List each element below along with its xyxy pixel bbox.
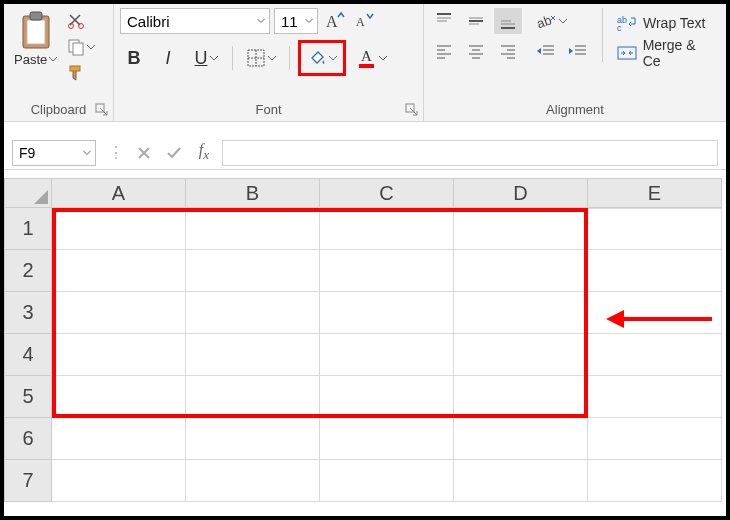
cell[interactable] (186, 460, 320, 502)
cell[interactable] (454, 334, 588, 376)
wrap-text-button[interactable]: abc Wrap Text (613, 10, 720, 36)
cell[interactable] (52, 376, 186, 418)
cell[interactable] (186, 250, 320, 292)
col-header[interactable]: D (454, 178, 588, 208)
cell[interactable] (454, 376, 588, 418)
borders-button[interactable] (241, 44, 281, 72)
fill-color-button[interactable] (302, 44, 342, 72)
cell[interactable] (186, 376, 320, 418)
align-top-button[interactable] (430, 8, 458, 34)
italic-button[interactable]: I (154, 44, 182, 72)
enter-formula-button[interactable] (164, 143, 184, 163)
cell[interactable] (52, 292, 186, 334)
dialog-launcher-icon[interactable] (405, 103, 419, 117)
col-header[interactable]: C (320, 178, 454, 208)
orientation-icon: ab (537, 12, 559, 30)
orientation-button[interactable]: ab (532, 8, 572, 34)
align-top-icon (435, 12, 453, 30)
cell[interactable] (588, 418, 722, 460)
check-icon (166, 146, 182, 160)
row-header[interactable]: 1 (4, 208, 52, 250)
cut-button[interactable] (65, 10, 87, 32)
col-header[interactable]: A (52, 178, 186, 208)
col-header[interactable]: E (588, 178, 722, 208)
cell[interactable] (454, 418, 588, 460)
cell[interactable] (454, 208, 588, 250)
cell[interactable] (186, 208, 320, 250)
cell[interactable] (588, 460, 722, 502)
dialog-launcher-icon[interactable] (95, 103, 109, 117)
group-label-alignment: Alignment (430, 100, 720, 121)
name-box[interactable]: F9 (12, 140, 96, 166)
row-header[interactable]: 4 (4, 334, 52, 376)
paste-button[interactable]: Paste (10, 8, 61, 84)
increase-indent-button[interactable] (564, 38, 592, 64)
format-painter-button[interactable] (65, 62, 87, 84)
bold-button[interactable]: B (120, 44, 148, 72)
increase-font-button[interactable]: A (322, 8, 348, 34)
cell[interactable] (320, 334, 454, 376)
cancel-formula-button[interactable] (134, 143, 154, 163)
cell[interactable] (588, 250, 722, 292)
cell[interactable] (186, 334, 320, 376)
align-left-button[interactable] (430, 38, 458, 64)
merge-center-button[interactable]: Merge & Ce (613, 40, 720, 66)
cell[interactable] (186, 418, 320, 460)
italic-label: I (165, 48, 170, 69)
ribbon: Paste Clipboard (4, 4, 726, 122)
cell[interactable] (320, 418, 454, 460)
cell[interactable] (320, 376, 454, 418)
row-header[interactable]: 3 (4, 292, 52, 334)
cell[interactable] (454, 460, 588, 502)
chevron-down-icon (268, 56, 276, 61)
group-clipboard: Paste Clipboard (4, 4, 114, 121)
cell[interactable] (454, 250, 588, 292)
paint-bucket-icon (307, 48, 327, 68)
svg-rect-7 (70, 66, 80, 71)
formula-input[interactable] (222, 140, 718, 166)
align-right-button[interactable] (494, 38, 522, 64)
column-headers: A B C D E (4, 178, 726, 208)
cell[interactable] (588, 376, 722, 418)
copy-button[interactable] (65, 36, 97, 58)
paste-label: Paste (14, 52, 47, 67)
decrease-font-button[interactable]: A (352, 8, 378, 34)
decrease-indent-button[interactable] (532, 38, 560, 64)
col-header[interactable]: B (186, 178, 320, 208)
cell[interactable] (588, 208, 722, 250)
font-color-icon: A (357, 47, 377, 69)
cell[interactable] (454, 292, 588, 334)
font-color-button[interactable]: A (352, 44, 392, 72)
font-name-select[interactable]: Calibri (120, 8, 270, 34)
align-bottom-button[interactable] (494, 8, 522, 34)
worksheet: A B C D E 1 2 3 4 5 6 7 (4, 170, 726, 502)
cell[interactable] (588, 292, 722, 334)
svg-text:A: A (361, 48, 372, 64)
cell[interactable] (52, 418, 186, 460)
underline-button[interactable]: U (188, 44, 224, 72)
svg-rect-6 (73, 43, 83, 55)
name-box-value: F9 (19, 145, 35, 161)
cell[interactable] (186, 292, 320, 334)
row-header[interactable]: 2 (4, 250, 52, 292)
select-all-corner[interactable] (4, 178, 52, 208)
insert-function-button[interactable]: fx (194, 143, 214, 163)
align-middle-button[interactable] (462, 8, 490, 34)
align-center-button[interactable] (462, 38, 490, 64)
cell[interactable] (320, 208, 454, 250)
font-size-select[interactable]: 11 (274, 8, 318, 34)
row-header[interactable]: 7 (4, 460, 52, 502)
row-header[interactable]: 5 (4, 376, 52, 418)
svg-rect-47 (618, 47, 636, 59)
cell[interactable] (320, 292, 454, 334)
cell[interactable] (52, 334, 186, 376)
row-header[interactable]: 6 (4, 418, 52, 460)
align-right-icon (499, 42, 517, 60)
cell[interactable] (52, 208, 186, 250)
cell[interactable] (52, 460, 186, 502)
cell[interactable] (588, 334, 722, 376)
cell[interactable] (320, 250, 454, 292)
increase-font-icon: A (324, 11, 346, 31)
cell[interactable] (320, 460, 454, 502)
cell[interactable] (52, 250, 186, 292)
